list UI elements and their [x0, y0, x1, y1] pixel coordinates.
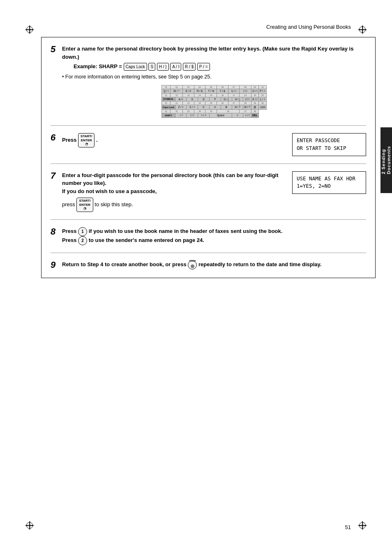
step-8-number: 8: [51, 227, 60, 236]
button-2[interactable]: 2: [78, 236, 87, 245]
display-line2: OR START TO SKIP: [297, 145, 362, 152]
page-title: Creating and Using Personal Books: [266, 24, 351, 30]
step-7-row: 7 Enter a four-digit passcode for the pe…: [51, 171, 366, 212]
step-7-press-line: press START/ENTER◔ to skip this step.: [62, 198, 286, 212]
step-6-left: 6 Press START/ENTER◔ .: [51, 133, 286, 147]
key-s: S: [148, 63, 155, 71]
stop-button[interactable]: STOP ◎: [188, 260, 197, 269]
step-5-main-text: Enter a name for the personal directory …: [62, 46, 353, 60]
step-6: 6 Press START/ENTER◔ . ENTER PASSCODE: [51, 133, 366, 164]
step-8-line2: Press 2 to use the sender's name entered…: [62, 237, 204, 243]
step-8: 8 Press 1 if you wish to use the book na…: [51, 227, 366, 253]
display-line1: ENTER PASSCODE: [297, 137, 362, 145]
start-enter-button-6[interactable]: START/ENTER◔: [78, 133, 95, 147]
step-7: 7 Enter a four-digit passcode for the pe…: [51, 171, 366, 220]
key-a: A / I: [170, 63, 181, 71]
step-6-number: 6: [51, 133, 60, 142]
step-8-header: 8 Press 1 if you wish to use the book na…: [51, 227, 366, 245]
step-9-main: Return to Step 4 to create another book,…: [62, 261, 321, 267]
step-9-header: 9 Return to Step 4 to create another boo…: [51, 260, 366, 269]
key-h: H / }: [157, 63, 169, 71]
instruction-box: 5 Enter a name for the personal director…: [41, 37, 376, 278]
step-6-row: 6 Press START/ENTER◔ . ENTER PASSCODE: [51, 133, 366, 156]
step-9: 9 Return to Step 4 to create another boo…: [51, 260, 366, 269]
page-header: Creating and Using Personal Books: [266, 24, 351, 30]
step-7-number: 7: [51, 171, 60, 180]
step-6-header: 6 Press START/ENTER◔ .: [51, 133, 286, 147]
step-8-text: Press 1 if you wish to use the book name…: [62, 227, 282, 245]
step-5-text: Enter a name for the personal directory …: [62, 45, 366, 71]
main-content: 5 Enter a name for the personal director…: [41, 37, 376, 522]
step-7-text: Enter a four-digit passcode for the pers…: [62, 171, 286, 212]
step-9-number: 9: [51, 260, 60, 269]
step-5-header: 5 Enter a name for the personal director…: [51, 45, 366, 71]
step-6-right: ENTER PASSCODE OR START TO SKIP: [292, 133, 366, 156]
key-p: P / =: [197, 63, 210, 71]
display-7-line1: USE NAME AS FAX HDR: [297, 175, 362, 183]
step-7-header: 7 Enter a four-digit passcode for the pe…: [51, 171, 286, 212]
step-5-number: 5: [51, 45, 60, 54]
step-5: 5 Enter a name for the personal director…: [51, 45, 366, 126]
step-6-press: Press START/ENTER◔ .: [62, 137, 98, 143]
step-6-display: ENTER PASSCODE OR START TO SKIP: [292, 133, 366, 156]
button-1[interactable]: 1: [78, 227, 87, 236]
step-5-example: Example: SHARP = Caps Lock S H / } A / I…: [74, 62, 366, 71]
step-6-text: Press START/ENTER◔ .: [62, 133, 98, 147]
side-tab: 2 SendingDocuments: [380, 127, 392, 193]
step-9-text: Return to Step 4 to create another book,…: [62, 260, 321, 269]
side-tab-label: 2 SendingDocuments: [381, 146, 392, 175]
step-8-line1: Press 1 if you wish to use the book name…: [62, 228, 282, 234]
start-enter-button-7[interactable]: START/ENTER◔: [76, 198, 93, 212]
keyboard-table: 01 02 03 04 05 06 07 08 09 10 Q / ! W / …: [161, 85, 267, 118]
step-5-example-label: Example: SHARP =: [74, 63, 122, 69]
keyboard-diagram: 01 02 03 04 05 06 07 08 09 10 Q / ! W / …: [62, 85, 366, 118]
key-capslock: Caps Lock: [124, 63, 147, 71]
key-r: R / $: [183, 63, 196, 71]
display-7-line2: 1=YES, 2=NO: [297, 182, 362, 190]
step-7-main: Enter a four-digit passcode for the pers…: [62, 172, 279, 194]
step-7-left: 7 Enter a four-digit passcode for the pe…: [51, 171, 286, 212]
step-7-right: USE NAME AS FAX HDR 1=YES, 2=NO: [292, 171, 366, 194]
step-7-display: USE NAME AS FAX HDR 1=YES, 2=NO: [292, 171, 366, 194]
step-5-bullet: For more information on entering letters…: [62, 73, 366, 81]
page-number: 51: [345, 524, 351, 530]
